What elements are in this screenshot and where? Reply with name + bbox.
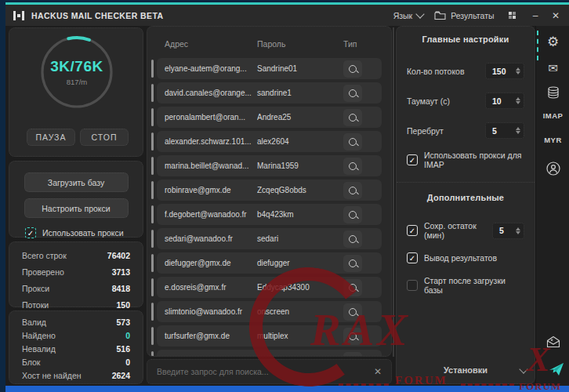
threads-value: 150 xyxy=(486,67,513,76)
row-search-button[interactable] xyxy=(343,255,362,272)
stop-button[interactable]: СТОП xyxy=(80,129,129,146)
threads-stepper[interactable]: 150 xyxy=(485,63,524,79)
load-base-button[interactable]: Загрузить базу xyxy=(24,172,129,192)
table-rows: elyane-autem@orang...Sandrine01 david.ca… xyxy=(157,58,382,357)
folder-icon xyxy=(434,11,446,20)
database-tab[interactable] xyxy=(547,86,560,99)
apps-grid-icon[interactable] xyxy=(509,12,516,20)
progress-panel: 3K/76K 817/m ПАУЗА СТОП xyxy=(9,27,143,157)
language-menu[interactable]: Язык xyxy=(393,11,424,20)
row-search-button[interactable] xyxy=(343,133,362,151)
row-password: Sandrine01 xyxy=(257,64,343,73)
settings-tab[interactable]: ⚙ xyxy=(547,34,559,50)
magnifier-icon xyxy=(349,332,357,340)
row-search-button[interactable] xyxy=(343,60,362,78)
row-password: b4q423km xyxy=(257,210,343,219)
minimize-button[interactable]: – xyxy=(525,10,545,21)
row-search-button[interactable] xyxy=(343,206,362,223)
imap-proxy-checkbox[interactable]: ✓ xyxy=(407,154,418,165)
row-search-button[interactable] xyxy=(343,279,362,296)
clear-search-icon[interactable]: ✕ xyxy=(374,366,382,377)
stepper-arrows-icon[interactable] xyxy=(513,97,524,104)
stat-value-found: 0 xyxy=(125,331,130,340)
row-address: robinrave@gmx.de xyxy=(165,186,252,194)
progress-rate: 817/m xyxy=(67,78,87,86)
close-button[interactable]: ✕ xyxy=(545,10,566,21)
row-password: onscreen xyxy=(257,307,343,316)
output-results-row[interactable]: ✓ Вывод результатов xyxy=(407,252,524,263)
stepper-arrows-icon[interactable] xyxy=(513,67,524,74)
mail-tab[interactable]: ✉ xyxy=(548,61,558,75)
stat-label: Всего строк xyxy=(22,251,67,260)
row-password: Eddycap34300 xyxy=(257,283,343,292)
table-row[interactable]: david.canales@orange...sandrine1 xyxy=(157,82,382,103)
save-remainder-row[interactable]: ✓ Сохр. остаток (мин) 5 xyxy=(407,221,524,240)
search-input[interactable] xyxy=(147,367,374,376)
save-remainder-checkbox[interactable]: ✓ xyxy=(407,225,418,236)
row-address: alexander.schwarz.101... xyxy=(165,137,252,146)
row-address: sedari@wanadoo.fr xyxy=(165,234,252,243)
row-address: peronalambert@oran... xyxy=(165,113,252,122)
row-search-button[interactable] xyxy=(343,182,362,199)
table-row[interactable]: turfsurfer@gmx.demultiplex xyxy=(157,325,382,347)
row-search-button[interactable] xyxy=(343,303,362,321)
section-divider xyxy=(397,182,535,183)
table-row[interactable]: elyane-autem@orang...Sandrine01 xyxy=(157,58,382,79)
results-button[interactable]: Результаты xyxy=(434,11,494,20)
table-row[interactable]: marina.beillet@wanad...Marina1959 xyxy=(157,155,382,176)
start-after-load-row[interactable]: ✓ Старт после загрузки базы xyxy=(407,276,524,295)
installs-footer-button[interactable]: Установки xyxy=(397,360,535,380)
row-search-button[interactable] xyxy=(343,352,362,358)
magnifier-icon xyxy=(349,89,357,97)
stat-row: Прокси8418 xyxy=(9,280,143,296)
row-address: f.degobert@wanadoo.fr xyxy=(165,210,252,219)
table-scrollbar[interactable] xyxy=(393,27,394,357)
table-row[interactable]: robinrave@gmx.deZcqeqG8obds xyxy=(157,180,382,201)
row-search-button[interactable] xyxy=(343,158,362,175)
header-type: Тип xyxy=(343,39,357,49)
row-search-button[interactable] xyxy=(343,109,362,126)
row-password: diefugger xyxy=(257,259,343,267)
table-row[interactable]: sedari@wanadoo.frsedari xyxy=(157,228,382,249)
header-address: Адрес xyxy=(165,39,252,49)
myr-tab[interactable]: MYR xyxy=(544,136,562,144)
save-remainder-stepper[interactable]: 5 xyxy=(492,223,524,239)
bruteforce-stepper[interactable]: 5 xyxy=(485,122,524,139)
table-row[interactable]: f.degobert@wanadoo.frb4q423km xyxy=(157,204,382,225)
spam-mail-tab[interactable] xyxy=(546,336,560,348)
table-row[interactable]: slimtonio@wanadoo.fronscreen xyxy=(157,301,382,322)
magnifier-icon xyxy=(349,138,357,146)
table-row[interactable]: peronalambert@oran...Andrea25 xyxy=(157,107,382,128)
stat-label: Потоки xyxy=(22,300,49,310)
imap-proxy-checkbox-row[interactable]: ✓ Использовать прокси для IMAP xyxy=(407,151,524,169)
row-search-button[interactable] xyxy=(343,85,362,102)
start-after-load-checkbox[interactable]: ✓ xyxy=(407,280,418,291)
stepper-arrows-icon[interactable] xyxy=(513,127,524,134)
timeout-stepper[interactable]: 10 xyxy=(485,93,524,109)
configure-proxy-button[interactable]: Настроить прокси xyxy=(24,198,129,218)
stat-label: Прокси xyxy=(22,284,49,293)
use-proxy-checkbox[interactable]: ✓ xyxy=(25,227,36,238)
table-row[interactable]: diefugger@gmx.dediefugger xyxy=(157,252,382,274)
pause-button[interactable]: ПАУЗА xyxy=(27,129,75,146)
settings-panel: Главные настройки Кол-во потоков 150 Тау… xyxy=(396,26,535,384)
imap-tab[interactable]: IMAP xyxy=(543,111,564,120)
account-tab[interactable] xyxy=(546,162,560,176)
stat-label: Проверено xyxy=(22,267,64,277)
row-search-button[interactable] xyxy=(343,328,362,345)
row-search-button[interactable] xyxy=(343,230,362,248)
use-proxy-checkbox-row[interactable]: ✓ Использовать прокси xyxy=(25,227,143,238)
table-row[interactable]: e.dosreis@gmx.frEddycap34300 xyxy=(157,277,382,298)
stepper-arrows-icon[interactable] xyxy=(513,227,524,234)
taskbar-strip xyxy=(5,386,569,392)
table-row-partial[interactable] xyxy=(157,350,382,357)
app-window: HACKUS MAIL CHECKER BETA Язык Результаты… xyxy=(5,2,569,386)
table-row[interactable]: alexander.schwarz.101...alex2604 xyxy=(157,131,382,152)
title-bar: HACKUS MAIL CHECKER BETA Язык Результаты… xyxy=(5,5,569,26)
output-results-checkbox[interactable]: ✓ xyxy=(407,252,418,263)
stat-row: Хост не найден2624 xyxy=(9,368,143,382)
row-password: multiplex xyxy=(257,332,343,340)
row-address: david.canales@orange... xyxy=(165,89,252,97)
results-table-panel: Адрес Пароль Тип elyane-autem@orang...Sa… xyxy=(147,26,392,357)
telegram-tab[interactable] xyxy=(549,362,564,376)
